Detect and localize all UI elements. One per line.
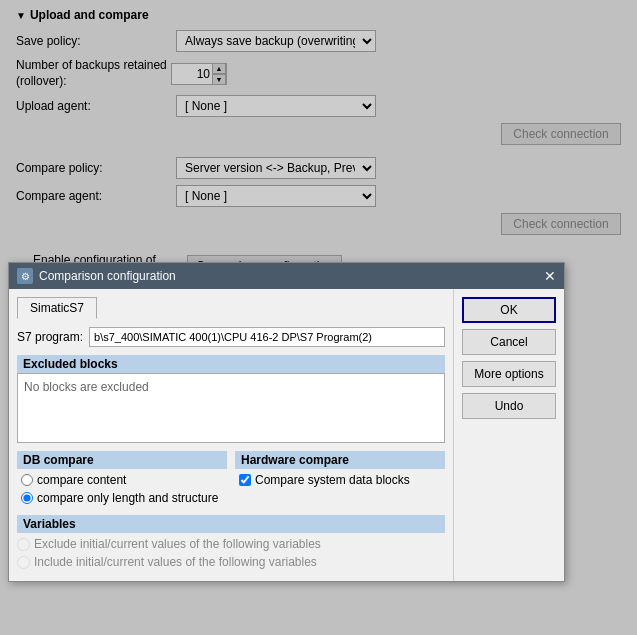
modal-title-bar: ⚙ Comparison configuration ✕	[9, 263, 564, 289]
db-option-content: compare content	[21, 473, 227, 487]
undo-button[interactable]: Undo	[462, 393, 556, 419]
modal-title-text: Comparison configuration	[39, 269, 176, 283]
excluded-blocks-area: No blocks are excluded	[17, 373, 445, 443]
cancel-button[interactable]: Cancel	[462, 329, 556, 355]
db-option-length: compare only length and structure	[21, 491, 227, 505]
modal-right-panel: OK Cancel More options Undo	[454, 289, 564, 581]
variables-section: Variables Exclude initial/current values…	[17, 515, 445, 569]
compare-columns: DB compare compare content compare only …	[17, 451, 445, 509]
db-length-radio[interactable]	[21, 492, 33, 504]
hw-sdb-checkbox[interactable]	[239, 474, 251, 486]
hw-compare-header: Hardware compare	[235, 451, 445, 469]
var-option-include: Include initial/current values of the fo…	[17, 555, 445, 569]
excluded-blocks-header: Excluded blocks	[17, 355, 445, 373]
hw-compare-col: Hardware compare Compare system data blo…	[235, 451, 445, 509]
var-exclude-radio[interactable]	[17, 538, 30, 551]
var-option-exclude: Exclude initial/current values of the fo…	[17, 537, 445, 551]
db-compare-header: DB compare	[17, 451, 227, 469]
modal-left-panel: SimaticS7 S7 program: b\s7_400\SIMATIC 4…	[9, 289, 454, 581]
modal-body: SimaticS7 S7 program: b\s7_400\SIMATIC 4…	[9, 289, 564, 581]
s7-program-label: S7 program:	[17, 330, 83, 344]
modal-close-btn[interactable]: ✕	[544, 269, 556, 283]
modal-title-left: ⚙ Comparison configuration	[17, 268, 176, 284]
tab-bar: SimaticS7	[17, 297, 445, 319]
excluded-blocks-text: No blocks are excluded	[24, 380, 149, 394]
tab-simatic-s7[interactable]: SimaticS7	[17, 297, 97, 319]
s7-program-path: b\s7_400\SIMATIC 400(1)\CPU 416-2 DP\S7 …	[89, 327, 445, 347]
db-content-radio[interactable]	[21, 474, 33, 486]
modal-icon: ⚙	[17, 268, 33, 284]
s7-program-row: S7 program: b\s7_400\SIMATIC 400(1)\CPU …	[17, 327, 445, 347]
comparison-config-modal: ⚙ Comparison configuration ✕ SimaticS7 S…	[8, 262, 565, 582]
var-include-radio[interactable]	[17, 556, 30, 569]
db-compare-col: DB compare compare content compare only …	[17, 451, 227, 509]
more-options-button[interactable]: More options	[462, 361, 556, 387]
variables-header: Variables	[17, 515, 445, 533]
hw-option-sdb: Compare system data blocks	[239, 473, 445, 487]
ok-button[interactable]: OK	[462, 297, 556, 323]
